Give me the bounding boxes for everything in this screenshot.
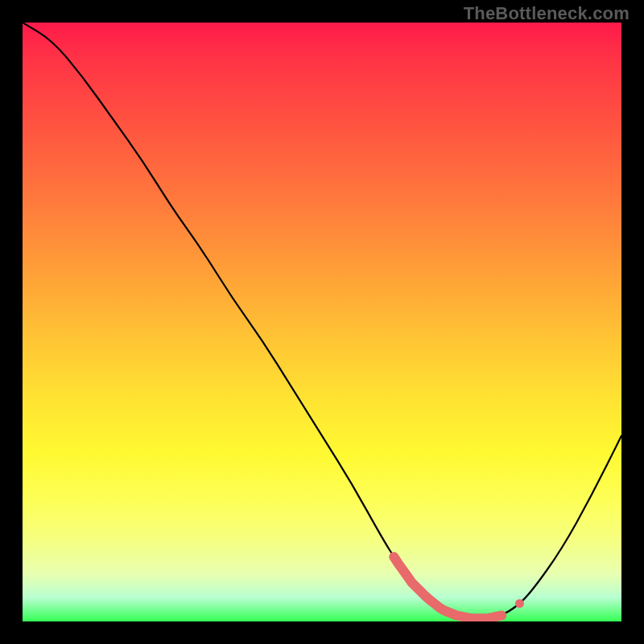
bottleneck-curve: [23, 23, 621, 618]
optimal-range-marker: [394, 557, 502, 619]
watermark-text: TheBottleneck.com: [464, 3, 630, 24]
plot-area: [23, 23, 621, 621]
chart-svg: [23, 23, 621, 621]
chart-frame: TheBottleneck.com: [0, 0, 644, 644]
optimal-range-dot: [515, 599, 524, 608]
